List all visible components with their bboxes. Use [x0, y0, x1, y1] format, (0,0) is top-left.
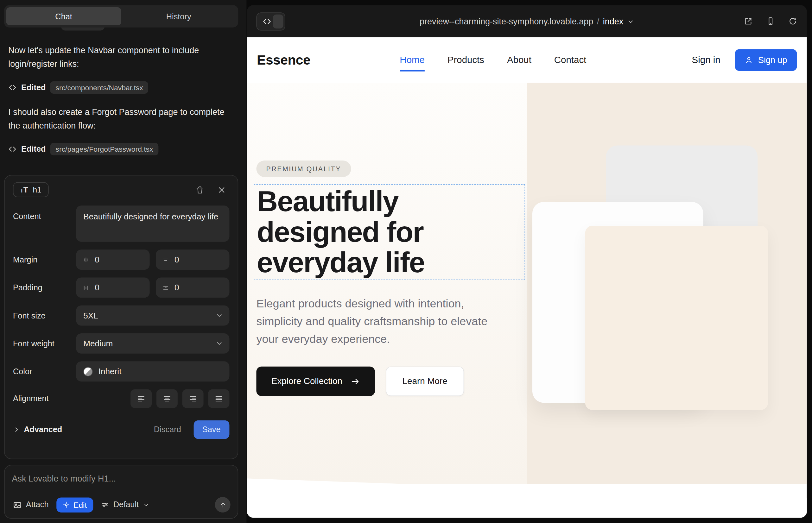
font-size-label: Font size [13, 311, 76, 320]
code-view-toggle[interactable] [256, 12, 285, 30]
assistant-message: Now let's update the Navbar component to… [8, 43, 228, 71]
open-external-icon[interactable] [744, 16, 753, 26]
font-weight-select[interactable]: Medium [76, 333, 229, 354]
nav-link-home[interactable]: Home [400, 55, 425, 66]
content-label: Content [13, 205, 76, 221]
tab-history[interactable]: History [121, 7, 236, 25]
padding-vertical-input[interactable] [175, 283, 223, 292]
margin-horizontal-icon [82, 256, 90, 264]
save-button[interactable]: Save [194, 420, 229, 439]
align-justify-button[interactable] [208, 390, 229, 408]
nav-link-contact[interactable]: Contact [554, 55, 586, 66]
discard-button[interactable]: Discard [154, 425, 181, 434]
color-select[interactable]: Inherit [76, 361, 229, 381]
mobile-view-icon[interactable] [766, 16, 775, 26]
nav-link-products[interactable]: Products [447, 55, 484, 66]
sign-up-button[interactable]: Sign up [735, 49, 797, 71]
file-chip[interactable]: src/pages/ForgotPassword.tsx [50, 143, 158, 155]
model-default-button[interactable]: Default [101, 500, 150, 509]
explore-collection-button[interactable]: Explore Collection [256, 366, 375, 396]
site-canvas: Essence Home Products About Contact Sign… [247, 37, 807, 518]
margin-horizontal-input[interactable] [95, 255, 143, 264]
trash-icon[interactable] [195, 185, 204, 194]
url-host: preview--charming-site-symphony.lovable.… [420, 16, 593, 26]
color-label: Color [13, 367, 76, 376]
align-right-button[interactable] [182, 390, 204, 408]
content-field[interactable]: Beautifully designed for everyday life [76, 205, 229, 241]
learn-more-button[interactable]: Learn More [386, 366, 464, 396]
chat-messages: Now let's update the Navbar component to… [8, 43, 236, 166]
alignment-buttons [130, 390, 229, 408]
headline-line: everyday life [257, 247, 525, 278]
margin-vertical-field[interactable] [156, 250, 229, 270]
margin-vertical-input[interactable] [175, 255, 223, 264]
arrow-right-icon [351, 377, 360, 386]
headline-line: designed for [257, 217, 525, 247]
h1-selection-outline[interactable]: Beautifully designed for everyday life [254, 184, 525, 280]
padding-vertical-icon [162, 284, 170, 291]
alignment-label: Alignment [13, 394, 76, 403]
user-icon [744, 56, 753, 64]
sign-in-link[interactable]: Sign in [692, 55, 721, 66]
send-button[interactable] [215, 497, 231, 512]
site-logo[interactable]: Essence [257, 52, 310, 68]
arrow-up-icon [219, 501, 227, 509]
padding-horizontal-field[interactable] [76, 277, 149, 297]
image-icon [13, 500, 22, 509]
composer-input[interactable] [12, 474, 231, 483]
selected-element-chip[interactable]: TT h1 [13, 182, 49, 197]
padding-horizontal-input[interactable] [95, 283, 143, 292]
font-weight-label: Font weight [13, 339, 76, 348]
element-inspector-panel: TT h1 Content Beautifully designed for e… [4, 175, 238, 459]
file-chip[interactable]: src/components/Navbar.tsx [50, 81, 148, 93]
hero-background-left [247, 83, 527, 484]
code-icon [262, 17, 271, 26]
attach-button[interactable]: Attach [13, 500, 49, 509]
app-window: Chat History Now let's update the Navbar… [0, 0, 812, 523]
align-center-button[interactable] [156, 390, 178, 408]
advanced-label: Advanced [24, 425, 62, 434]
auth-actions: Sign in Sign up [692, 49, 797, 71]
explore-collection-label: Explore Collection [271, 376, 342, 386]
url-bar[interactable]: preview--charming-site-symphony.lovable.… [420, 16, 634, 26]
inspector-header: TT h1 [13, 182, 230, 197]
padding-vertical-field[interactable] [156, 277, 229, 297]
url-path: index [603, 16, 623, 26]
color-row: Color Inherit [13, 361, 230, 381]
chevron-right-icon [13, 426, 20, 433]
premium-quality-badge: PREMIUM QUALITY [256, 161, 351, 177]
site-navbar: Essence Home Products About Contact Sign… [247, 37, 807, 83]
align-left-button[interactable] [130, 390, 152, 408]
target-icon [63, 501, 70, 508]
toggle-segment[interactable] [273, 14, 283, 28]
advanced-toggle[interactable]: Advanced [13, 425, 62, 434]
padding-horizontal-icon [82, 284, 90, 291]
font-size-value: 5XL [83, 311, 98, 320]
url-separator: / [597, 16, 600, 26]
element-tag-label: h1 [33, 185, 41, 194]
close-icon[interactable] [217, 185, 226, 194]
margin-label: Margin [13, 255, 76, 264]
content-row: Content Beautifully designed for everyda… [13, 205, 230, 241]
alignment-row: Alignment [13, 390, 230, 408]
chevron-down-icon [215, 311, 223, 320]
margin-horizontal-field[interactable] [76, 250, 149, 270]
font-size-select[interactable]: 5XL [76, 306, 229, 326]
hero-cta-row: Explore Collection Learn More [256, 366, 464, 396]
browser-actions [744, 16, 797, 26]
edit-mode-label: Edit [73, 500, 87, 509]
text-size-icon: TT [20, 186, 28, 194]
hero-headline[interactable]: Beautifully designed for everyday life [257, 186, 525, 278]
font-size-row: Font size 5XL [13, 306, 230, 326]
padding-row: Padding [13, 277, 230, 297]
refresh-icon[interactable] [788, 16, 797, 26]
color-swatch [83, 367, 92, 376]
edit-mode-button[interactable]: Edit [56, 497, 93, 512]
composer-toolbar: Attach Edit Default [13, 497, 231, 512]
tab-chat[interactable]: Chat [6, 7, 121, 25]
sliders-icon [101, 501, 109, 509]
font-weight-value: Medium [83, 339, 113, 348]
color-value: Inherit [99, 367, 122, 376]
nav-link-about[interactable]: About [507, 55, 531, 66]
sidebar-tabs: Chat History [4, 5, 238, 27]
